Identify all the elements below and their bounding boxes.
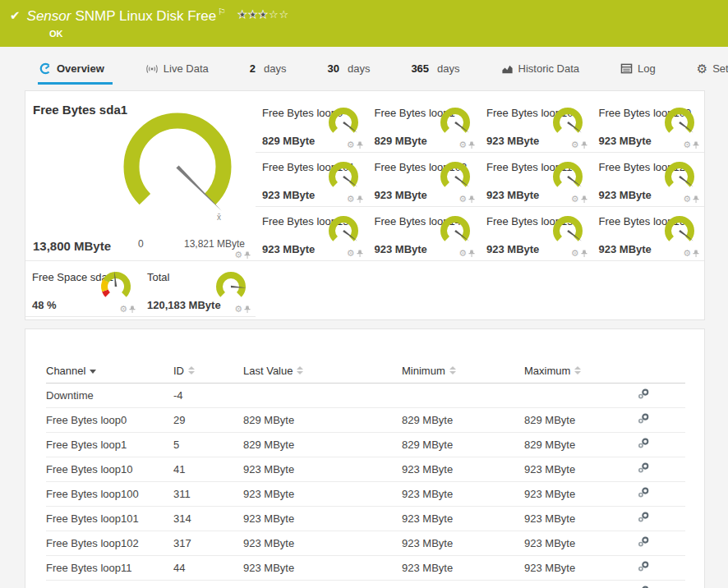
column-header-last-value[interactable]: Last Value	[243, 361, 402, 384]
channels-table-panel: ChannelIDLast ValueMinimumMaximum Downti…	[25, 328, 705, 588]
pin-icon[interactable]	[468, 195, 475, 204]
cell-actions[interactable]	[621, 433, 685, 457]
gauge-value: 923 MByte	[599, 135, 652, 147]
gauge-settings-gear-icon[interactable]: ⚙	[683, 250, 691, 258]
small-gauge-cell[interactable]: Free Bytes loop10 923 MByte ⚙	[480, 91, 592, 153]
pin-icon[interactable]	[357, 195, 363, 204]
star-empty-icon[interactable]: ☆	[269, 8, 279, 21]
tab-historic-data[interactable]: Historic Data	[500, 62, 587, 85]
pin-icon[interactable]	[581, 141, 587, 149]
gauge-settings-gear-icon[interactable]: ⚙	[347, 250, 355, 258]
small-gauge-cell[interactable]: Free Bytes loop13 923 MByte ⚙	[256, 207, 368, 261]
tab-label: days	[348, 62, 370, 75]
table-row[interactable]: Free Bytes loop15829 MByte829 MByte829 M…	[46, 433, 685, 457]
table-row[interactable]: Free Bytes loop100311923 MByte923 MByte9…	[46, 482, 685, 507]
small-gauge-cell[interactable]: Free Bytes loop100 923 MByte ⚙	[592, 91, 705, 153]
flag-icon[interactable]: ⚐	[218, 7, 226, 16]
pin-icon[interactable]	[693, 250, 699, 258]
gauge-settings-gear-icon[interactable]: ⚙	[683, 195, 691, 204]
column-header-channel[interactable]: Channel	[46, 361, 173, 384]
small-gauge-cell[interactable]: Free Bytes loop101 923 MByte ⚙	[256, 153, 368, 207]
small-gauge	[660, 160, 699, 198]
column-header-id[interactable]: ID	[173, 361, 243, 384]
table-row[interactable]: Free Bytes loop1247923 MByte923 MByte923…	[46, 581, 685, 588]
column-header-minimum[interactable]: Minimum	[402, 361, 524, 384]
main-gauge-cell[interactable]: Free Bytes sda1 x̄ 13,800 MByte 0 13,821…	[25, 91, 256, 261]
channel-settings-icon[interactable]	[638, 438, 649, 449]
table-row[interactable]: Downtime-4	[46, 384, 685, 408]
cell-actions[interactable]	[621, 581, 685, 588]
gauge-settings-gear-icon[interactable]: ⚙	[347, 141, 355, 149]
gauge-settings-gear-icon[interactable]: ⚙	[571, 195, 579, 204]
tab-2-days[interactable]: 2days	[248, 62, 295, 85]
gauge-settings-gear-icon[interactable]: ⚙	[458, 250, 467, 258]
total-gauge-cell[interactable]: Total 120,183 MByte ⚙	[141, 261, 256, 317]
cell-id: 311	[173, 482, 243, 507]
table-row[interactable]: Free Bytes loop1041923 MByte923 MByte923…	[46, 457, 685, 482]
tab-log[interactable]: Log	[619, 62, 664, 85]
gauge-settings-gear-icon[interactable]: ⚙	[119, 305, 127, 314]
small-gauge-cell[interactable]: Free Bytes loop102 923 MByte ⚙	[368, 153, 481, 207]
star-filled-icon[interactable]: ★	[237, 8, 248, 21]
pin-icon[interactable]	[468, 250, 475, 258]
tab-30-days[interactable]: 30days	[325, 62, 378, 85]
star-empty-icon[interactable]: ☆	[279, 8, 290, 21]
channel-settings-icon[interactable]	[638, 413, 649, 425]
pin-icon[interactable]	[581, 195, 587, 204]
gauge-settings-gear-icon[interactable]: ⚙	[347, 195, 355, 204]
cell-actions[interactable]	[621, 408, 685, 433]
column-header-maximum[interactable]: Maximum	[524, 361, 621, 384]
cell-actions[interactable]	[621, 507, 685, 531]
pin-icon[interactable]	[129, 305, 136, 314]
table-row[interactable]: Free Bytes loop1144923 MByte923 MByte923…	[46, 556, 685, 581]
free-space-gauge-cell[interactable]: Free Space sda1 48 % ⚙	[25, 261, 141, 317]
gauge-settings-gear-icon[interactable]: ⚙	[458, 195, 467, 204]
tab-live-data[interactable]: Live Data	[144, 62, 217, 85]
gauge-settings-gear-icon[interactable]: ⚙	[571, 141, 579, 149]
small-gauge-cell[interactable]: Free Bytes loop12 923 MByte ⚙	[592, 153, 705, 207]
gauge-settings-gear-icon[interactable]: ⚙	[683, 141, 691, 149]
table-row[interactable]: Free Bytes loop029829 MByte829 MByte829 …	[46, 408, 685, 433]
table-row[interactable]: Free Bytes loop101314923 MByte923 MByte9…	[46, 507, 685, 531]
cell-actions[interactable]	[621, 556, 685, 581]
channel-settings-icon[interactable]	[638, 536, 649, 548]
cell-actions[interactable]	[621, 384, 685, 408]
tab-settings[interactable]: ⚙ Settings	[695, 62, 728, 85]
small-gauge-cell[interactable]: Free Bytes loop1 829 MByte ⚙	[368, 91, 481, 153]
pin-icon[interactable]	[357, 250, 363, 258]
sensor-header: ✔SensorSNMP Linux Disk Free⚐★★★☆☆ OK	[0, 0, 728, 47]
star-filled-icon[interactable]: ★	[258, 8, 269, 21]
log-icon	[620, 63, 633, 74]
sort-both-icon	[574, 366, 581, 374]
small-gauge-cell[interactable]: Free Bytes loop16 923 MByte ⚙	[592, 207, 705, 261]
cell-actions[interactable]	[621, 482, 685, 507]
table-row[interactable]: Free Bytes loop102317923 MByte923 MByte9…	[46, 531, 685, 556]
pin-icon[interactable]	[244, 251, 251, 260]
small-gauge-cell[interactable]: Free Bytes loop15 923 MByte ⚙	[480, 207, 592, 261]
cell-actions[interactable]	[621, 531, 685, 556]
gauge-settings-gear-icon[interactable]: ⚙	[458, 141, 467, 149]
priority-stars[interactable]: ★★★☆☆	[237, 8, 289, 21]
pin-icon[interactable]	[581, 250, 587, 258]
channel-settings-icon[interactable]	[638, 512, 649, 523]
small-gauge-cell[interactable]: Free Bytes loop11 923 MByte ⚙	[480, 153, 592, 207]
pin-icon[interactable]	[693, 141, 699, 149]
pin-icon[interactable]	[244, 305, 251, 314]
small-gauge-cell[interactable]: Free Bytes loop14 923 MByte ⚙	[368, 207, 481, 261]
tab-365-days[interactable]: 365days	[409, 62, 468, 85]
mean-marker: x̄	[217, 213, 221, 222]
channel-settings-icon[interactable]	[638, 561, 649, 572]
pin-icon[interactable]	[693, 195, 699, 204]
small-gauge-cell[interactable]: Free Bytes loop0 829 MByte ⚙	[256, 91, 368, 153]
gauge-settings-gear-icon[interactable]: ⚙	[234, 305, 242, 314]
cell-actions[interactable]	[621, 457, 685, 482]
channel-settings-icon[interactable]	[638, 462, 649, 474]
gauge-settings-gear-icon[interactable]: ⚙	[234, 251, 242, 260]
channel-settings-icon[interactable]	[638, 487, 649, 498]
gauge-settings-gear-icon[interactable]: ⚙	[571, 250, 579, 258]
star-filled-icon[interactable]: ★	[248, 8, 259, 21]
pin-icon[interactable]	[357, 141, 363, 149]
pin-icon[interactable]	[468, 141, 475, 149]
channel-settings-icon[interactable]	[638, 388, 649, 400]
tab-overview[interactable]: Overview	[38, 62, 113, 85]
